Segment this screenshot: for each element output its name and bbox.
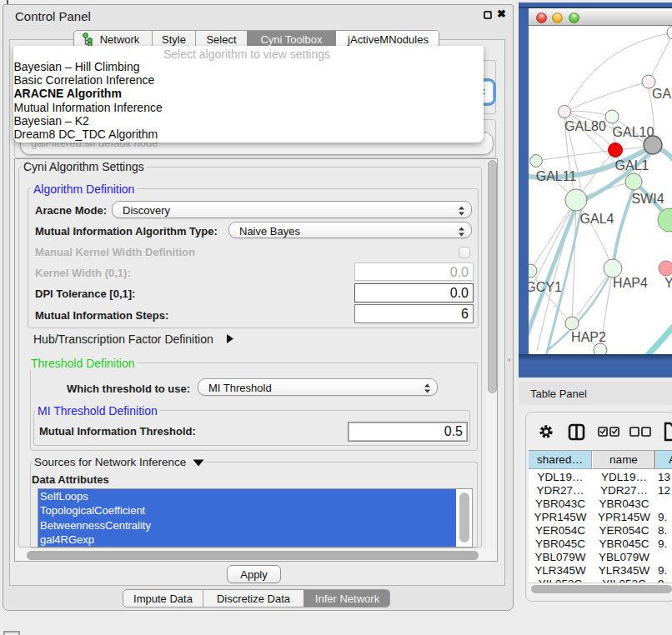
svg-text:GAL2: GAL2 (652, 87, 672, 101)
svg-text:HAP4: HAP4 (613, 276, 648, 290)
svg-text:GAL11: GAL11 (536, 169, 577, 183)
svg-text:SWI4: SWI4 (631, 192, 664, 206)
svg-text:YM: YM (664, 276, 672, 290)
svg-text:GAL80: GAL80 (564, 119, 606, 133)
svg-text:GAL10: GAL10 (613, 125, 654, 139)
svg-text:HAP2: HAP2 (571, 330, 606, 344)
svg-text:GAL4: GAL4 (580, 212, 614, 226)
svg-text:GAL1: GAL1 (615, 158, 649, 172)
svg-text:GCY1: GCY1 (529, 280, 562, 294)
